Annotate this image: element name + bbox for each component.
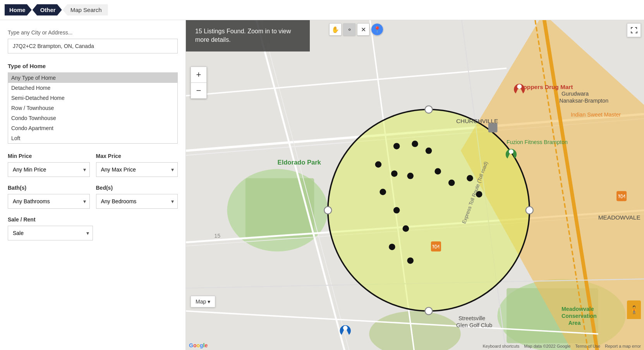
home-type-option[interactable]: Detached Home xyxy=(8,83,177,93)
map-type-chevron-icon: ▾ xyxy=(208,299,210,305)
sidebar: Type any City or Address... Type of Home… xyxy=(0,20,186,350)
home-type-options[interactable]: Any Type of HomeDetached HomeSemi-Detach… xyxy=(8,73,177,143)
keyboard-shortcuts-link[interactable]: Keyboard shortcuts xyxy=(483,344,519,348)
svg-point-32 xyxy=(448,180,455,186)
svg-point-20 xyxy=(425,106,433,113)
svg-text:Fuzion Fitness Brampton: Fuzion Fitness Brampton xyxy=(507,139,568,145)
home-type-option[interactable]: Row / Townhouse xyxy=(8,103,177,113)
max-price-col: Max Price Any Max Price xyxy=(96,153,178,177)
min-price-col: Min Price Any Min Price xyxy=(8,153,90,177)
map-area[interactable]: Eldorado Park CHURCHVILLE Fuzion Fitness… xyxy=(186,20,644,350)
address-section: Type any City or Address... xyxy=(8,29,178,53)
zoom-out-btn[interactable]: − xyxy=(191,83,206,98)
svg-text:15: 15 xyxy=(214,233,220,239)
svg-point-25 xyxy=(412,141,418,147)
pegman[interactable]: 🧍 xyxy=(627,300,641,319)
address-label: Type any City or Address... xyxy=(8,29,178,36)
max-price-select[interactable]: Any Max Price xyxy=(96,162,178,177)
svg-point-35 xyxy=(393,207,400,214)
svg-text:Area: Area xyxy=(568,320,581,326)
beds-col: Bed(s) Any Bedrooms xyxy=(96,185,178,209)
report-error-link[interactable]: Report a map error xyxy=(605,344,641,348)
beds-select[interactable]: Any Bedrooms xyxy=(96,194,178,209)
address-input[interactable] xyxy=(8,39,178,53)
home-type-option[interactable]: Any Type of Home xyxy=(8,73,177,83)
sale-rent-section: Sale / Rent Sale Rent xyxy=(8,216,178,240)
breadcrumb-other[interactable]: Other xyxy=(33,4,62,15)
sale-rent-label: Sale / Rent xyxy=(8,216,178,223)
svg-text:Conservation: Conservation xyxy=(562,313,597,319)
svg-text:🍽: 🍽 xyxy=(618,192,625,200)
svg-point-36 xyxy=(403,225,409,232)
svg-text:🍽: 🍽 xyxy=(433,243,439,250)
price-filter-row: Min Price Any Min Price Max Price Any Ma… xyxy=(8,153,178,177)
breadcrumb: Home Other Map Search xyxy=(0,0,644,20)
svg-text:CHURCHVILLE: CHURCHVILLE xyxy=(456,118,498,124)
svg-point-33 xyxy=(467,175,473,182)
place-icon-btn[interactable]: 📍 xyxy=(371,23,383,36)
terms-of-use-link[interactable]: Terms of Use xyxy=(575,344,600,348)
home-type-listbox-container: Any Type of HomeDetached HomeSemi-Detach… xyxy=(8,72,178,144)
baths-label: Bath(s) xyxy=(8,185,90,191)
map-notification-text: 15 Listings Found. Zoom in to view more … xyxy=(195,28,291,43)
svg-point-30 xyxy=(434,168,441,175)
svg-point-56 xyxy=(517,84,522,89)
map-notification: 15 Listings Found. Zoom in to view more … xyxy=(186,20,310,51)
breadcrumb-mapsearch[interactable]: Map Search xyxy=(63,4,108,15)
type-of-home-section: Type of Home Any Type of HomeDetached Ho… xyxy=(8,63,178,144)
type-of-home-label: Type of Home xyxy=(8,63,178,69)
svg-point-57 xyxy=(509,149,513,154)
svg-text:Gurudwara: Gurudwara xyxy=(562,91,589,97)
svg-point-22 xyxy=(425,307,433,315)
svg-point-26 xyxy=(426,148,432,154)
circle-tool-btn[interactable]: ⚬ xyxy=(343,23,355,36)
map-zoom-controls: + − xyxy=(191,67,207,99)
sale-rent-select[interactable]: Sale Rent xyxy=(8,226,93,240)
close-tool-btn[interactable]: ✕ xyxy=(357,23,369,36)
svg-point-31 xyxy=(380,189,386,195)
main-container: Type any City or Address... Type of Home… xyxy=(0,20,644,350)
svg-text:Glen Golf Club: Glen Golf Club xyxy=(456,322,492,328)
hand-tool-btn[interactable]: ✋ xyxy=(329,23,342,36)
svg-point-29 xyxy=(407,173,414,179)
beds-select-wrapper: Any Bedrooms xyxy=(96,194,178,209)
map-footer-links: Keyboard shortcuts Map data ©2022 Google… xyxy=(483,344,641,348)
map-svg: Eldorado Park CHURCHVILLE Fuzion Fitness… xyxy=(186,20,644,350)
fullscreen-icon xyxy=(630,27,637,34)
max-price-label: Max Price xyxy=(96,153,178,159)
zoom-in-btn[interactable]: + xyxy=(191,67,206,82)
beds-label: Bed(s) xyxy=(96,185,178,191)
svg-point-21 xyxy=(526,207,533,214)
home-type-option[interactable]: Condo Apartment xyxy=(8,123,177,133)
map-type-btn[interactable]: Map ▾ xyxy=(191,296,215,307)
breadcrumb-home[interactable]: Home xyxy=(5,4,32,15)
svg-point-27 xyxy=(375,161,382,168)
svg-rect-2 xyxy=(246,178,314,238)
svg-text:Nanaksar-Brampton: Nanaksar-Brampton xyxy=(559,98,608,104)
map-fullscreen-btn[interactable] xyxy=(627,23,641,37)
home-type-option[interactable]: Condo Townhouse xyxy=(8,113,177,123)
svg-point-58 xyxy=(343,326,348,330)
svg-point-24 xyxy=(393,143,400,149)
home-type-option[interactable]: Semi-Detached Home xyxy=(8,93,177,103)
google-logo: Google xyxy=(189,342,208,348)
svg-rect-39 xyxy=(488,123,498,132)
bath-bed-filter-row: Bath(s) Any Bathrooms Bed(s) Any Bedroom… xyxy=(8,185,178,209)
home-type-option[interactable]: Loft xyxy=(8,133,177,143)
svg-text:Meadowvale: Meadowvale xyxy=(562,306,594,312)
baths-select[interactable]: Any Bathrooms xyxy=(8,194,90,209)
svg-text:MEADOWVALE: MEADOWVALE xyxy=(598,214,641,221)
svg-point-37 xyxy=(389,244,395,250)
min-price-select[interactable]: Any Min Price xyxy=(8,162,90,177)
svg-text:Indian Sweet Master: Indian Sweet Master xyxy=(571,112,621,118)
svg-point-38 xyxy=(407,257,414,264)
sale-rent-select-wrapper: Sale Rent xyxy=(8,226,93,240)
map-toolbar: ✋ ⚬ ✕ 📍 xyxy=(329,23,383,36)
min-price-select-wrapper: Any Min Price xyxy=(8,162,90,177)
min-price-label: Min Price xyxy=(8,153,90,159)
google-attribution: Google xyxy=(189,342,208,348)
max-price-select-wrapper: Any Max Price xyxy=(96,162,178,177)
baths-select-wrapper: Any Bathrooms xyxy=(8,194,90,209)
map-data-attribution: Map data ©2022 Google xyxy=(524,344,570,348)
svg-text:Streetsville: Streetsville xyxy=(459,315,485,321)
